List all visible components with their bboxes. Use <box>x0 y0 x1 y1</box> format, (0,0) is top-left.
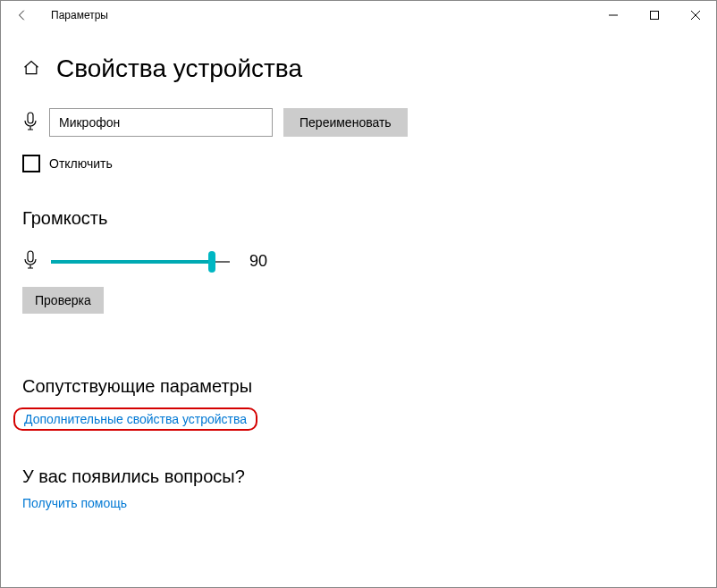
advanced-properties-link[interactable]: Дополнительные свойства устройства <box>24 412 247 426</box>
svg-rect-5 <box>28 251 33 262</box>
close-button[interactable] <box>675 1 716 29</box>
microphone-icon <box>22 250 38 273</box>
volume-heading: Громкость <box>22 208 695 229</box>
disable-label: Отключить <box>49 156 113 171</box>
window-title: Параметры <box>51 9 108 21</box>
disable-checkbox[interactable] <box>22 155 40 172</box>
microphone-icon <box>22 112 38 134</box>
slider-fill <box>51 260 212 264</box>
window-controls <box>593 1 716 29</box>
highlight-annotation: Дополнительные свойства устройства <box>13 407 257 431</box>
minimize-button[interactable] <box>593 1 634 29</box>
related-heading: Сопутствующие параметры <box>22 376 695 397</box>
home-icon[interactable] <box>22 59 40 80</box>
get-help-link[interactable]: Получить помощь <box>22 496 127 510</box>
page-title: Свойства устройства <box>56 55 302 83</box>
test-button[interactable]: Проверка <box>22 287 104 314</box>
maximize-button[interactable] <box>634 1 675 29</box>
help-heading: У вас появились вопросы? <box>22 466 695 487</box>
volume-slider[interactable] <box>51 251 230 273</box>
slider-thumb[interactable] <box>208 251 215 273</box>
device-name-input[interactable] <box>49 108 273 137</box>
volume-value: 90 <box>249 252 267 271</box>
back-button[interactable] <box>8 1 37 29</box>
svg-rect-1 <box>651 12 659 20</box>
svg-rect-4 <box>28 113 33 123</box>
rename-button[interactable]: Переименовать <box>283 108 408 137</box>
